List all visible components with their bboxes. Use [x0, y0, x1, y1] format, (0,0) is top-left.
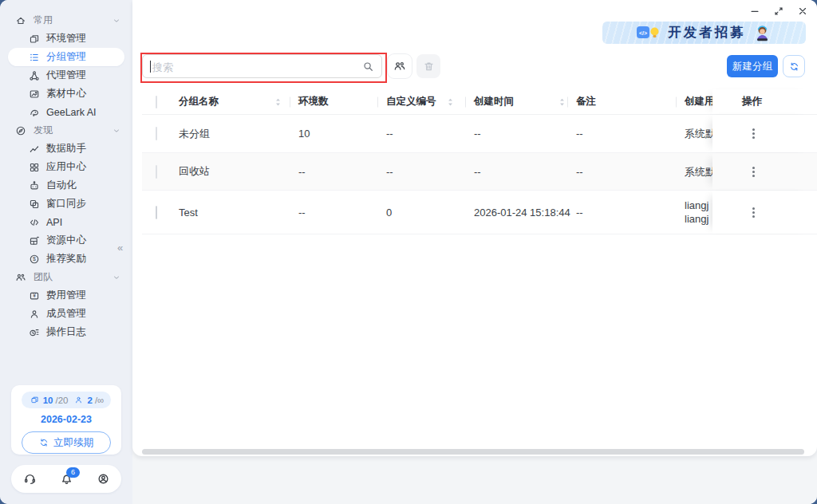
assign-members-button[interactable]: [388, 54, 412, 78]
section-team[interactable]: 团队: [0, 268, 132, 286]
groups-table: 分组名称 环境数 自定义编号 创建时间 备注 创建用户 操作 未分组 10 --…: [142, 89, 817, 234]
usage-pill[interactable]: 10/20 2/∞: [22, 392, 111, 408]
sidebar-item-proxy[interactable]: 代理管理: [8, 66, 124, 85]
support-button[interactable]: [22, 471, 37, 487]
search-icon[interactable]: [362, 61, 374, 73]
sidebar-item-label: 自动化: [46, 179, 77, 192]
group-name-cell: 回收站: [179, 164, 298, 179]
material-icon: [28, 88, 40, 100]
sort-icon[interactable]: [448, 97, 453, 106]
created-at-cell: 2026-01-24 15:18:44: [474, 207, 576, 219]
horizontal-scrollbar[interactable]: [142, 449, 804, 455]
created-at-cell: --: [474, 128, 576, 140]
row-actions-cell: [712, 191, 817, 234]
row-checkbox[interactable]: [156, 165, 157, 179]
column-header: 创建时间: [474, 96, 514, 107]
more-actions-icon[interactable]: [752, 206, 755, 219]
renew-button[interactable]: 立即续期: [22, 431, 111, 454]
bulb-icon: [649, 26, 660, 39]
more-actions-icon[interactable]: [752, 127, 755, 140]
sidebar-item-automation[interactable]: 自动化: [8, 176, 124, 195]
search-input[interactable]: [151, 55, 357, 79]
remark-cell: --: [576, 166, 685, 178]
more-actions-icon[interactable]: [752, 165, 755, 179]
sidebar-item-label: 数据助手: [46, 142, 86, 156]
geelark-ai-icon: [28, 106, 40, 118]
sort-icon[interactable]: [275, 97, 281, 106]
banner-title: 开发者招募: [668, 24, 746, 41]
expense-icon: ¥: [28, 289, 40, 301]
sort-icon[interactable]: [559, 97, 565, 106]
sidebar-item-label: GeeLark AI: [46, 107, 97, 118]
sidebar-item-resource-center[interactable]: 资源中心: [8, 231, 124, 250]
sidebar-collapse-button[interactable]: «: [117, 242, 123, 254]
environment-usage-icon: [29, 396, 41, 404]
minimize-button[interactable]: [748, 5, 761, 18]
sidebar-item-referral[interactable]: $ 推荐奖励: [8, 250, 124, 268]
notifications-button[interactable]: 6: [58, 471, 74, 487]
sidebar-item-geelark-ai[interactable]: GeeLark AI: [8, 103, 124, 121]
window-controls: [748, 5, 809, 18]
notification-badge: 6: [66, 467, 80, 478]
section-label: 发现: [34, 124, 53, 137]
sidebar-item-app-center[interactable]: 应用中心: [8, 158, 124, 176]
table-header-row: 分组名称 环境数 自定义编号 创建时间 备注 创建用户 操作: [142, 89, 817, 115]
env-total: /20: [55, 396, 68, 405]
home-icon: [14, 14, 26, 26]
row-checkbox[interactable]: [156, 127, 157, 140]
select-all-checkbox[interactable]: [156, 96, 157, 108]
group-name-cell: Test: [179, 207, 298, 219]
remark-cell: --: [576, 128, 685, 140]
expiry-date: 2026-02-23: [11, 414, 121, 425]
delete-button[interactable]: [416, 54, 440, 78]
svg-text:</>: </>: [639, 30, 647, 36]
section-discover[interactable]: 发现: [0, 121, 132, 140]
logs-icon: [28, 326, 40, 338]
app-window: 常用 环境管理 分组管理 代理管理 素材中心 GeeLark: [0, 0, 817, 504]
sidebar-item-label: 操作日志: [46, 325, 86, 339]
section-label: 常用: [34, 14, 53, 27]
api-icon: [28, 216, 40, 228]
svg-text:¥: ¥: [33, 293, 36, 298]
row-checkbox[interactable]: [156, 206, 157, 219]
new-group-button[interactable]: 新建分组: [727, 55, 778, 77]
section-common[interactable]: 常用: [0, 11, 132, 30]
close-button[interactable]: [796, 5, 809, 18]
data-assistant-icon: [28, 143, 40, 155]
bottom-dock: 6: [11, 465, 121, 493]
chevron-down-icon: [112, 274, 120, 282]
sidebar-item-groups[interactable]: 分组管理: [8, 48, 124, 66]
sidebar-item-materials[interactable]: 素材中心: [8, 85, 124, 103]
sidebar-item-operation-logs[interactable]: 操作日志: [8, 323, 124, 341]
refresh-button[interactable]: [783, 55, 805, 77]
developer-emoji: [752, 24, 772, 42]
sidebar-item-window-sync[interactable]: 窗口同步: [8, 195, 124, 213]
footer-bar: 共3条 1 每页行数 20 条/页: [132, 456, 817, 504]
section-label: 团队: [34, 270, 53, 284]
chevron-down-icon: [112, 17, 120, 25]
column-header: 自定义编号: [386, 96, 436, 107]
sidebar-item-data-assistant[interactable]: 数据助手: [8, 140, 124, 158]
group-list-icon: [28, 51, 40, 63]
member-usage-icon: [73, 396, 85, 404]
code-badge-icon: </>: [636, 25, 660, 41]
sidebar-item-label: 推荐奖励: [46, 252, 86, 266]
sidebar-item-expenses[interactable]: ¥ 费用管理: [8, 286, 124, 305]
sidebar-item-label: 环境管理: [46, 32, 86, 45]
table-row[interactable]: 未分组 10 -- -- -- 系统默认: [142, 115, 817, 153]
table-row[interactable]: 回收站 -- -- -- -- 系统默认: [142, 153, 817, 191]
maximize-button[interactable]: [772, 5, 785, 18]
custom-no-cell: --: [386, 128, 474, 140]
refresh-icon: [789, 61, 799, 72]
row-actions-cell: [712, 153, 817, 190]
remark-cell: --: [576, 207, 685, 219]
resource-center-icon: [28, 234, 40, 246]
env-count-cell: --: [298, 166, 386, 178]
account-button[interactable]: [95, 471, 111, 487]
sidebar-item-members[interactable]: 成员管理: [8, 305, 124, 323]
sidebar-item-environment[interactable]: 环境管理: [8, 30, 124, 48]
developer-recruitment-banner[interactable]: </> 开发者招募: [602, 22, 806, 44]
sidebar-item-api[interactable]: API: [8, 213, 124, 231]
discover-icon: [14, 124, 26, 136]
table-row[interactable]: Test -- 0 2026-01-24 15:18:44 -- liangj …: [142, 191, 817, 234]
